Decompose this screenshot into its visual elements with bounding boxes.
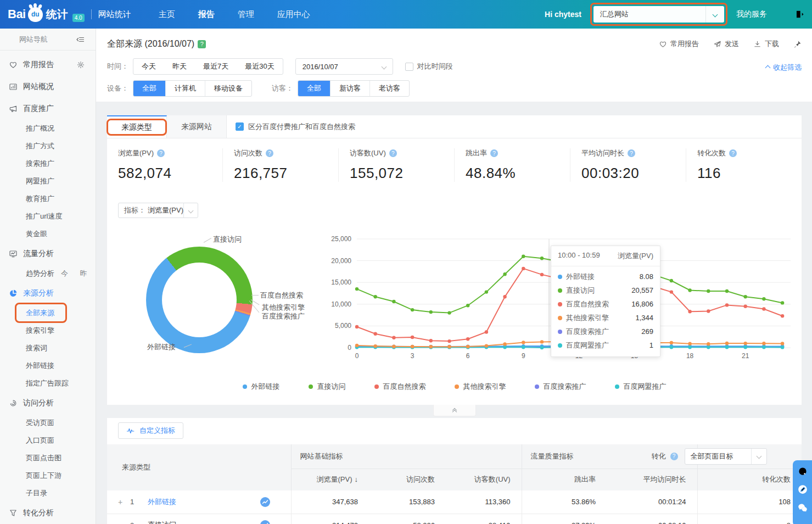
sidebar-item-转化分析[interactable]: 转化分析 — [0, 502, 96, 524]
column-header-浏览量(PV)[interactable]: 浏览量(PV) — [317, 475, 352, 483]
nav-item-报告[interactable]: 报告 — [198, 9, 215, 20]
sidebar-item-受访页面[interactable]: 受访页面 — [0, 414, 96, 432]
action-下载[interactable]: 下载 — [753, 39, 779, 49]
help-icon[interactable]: ? — [157, 149, 165, 157]
list-icon[interactable] — [776, 9, 786, 19]
custom-metric-button[interactable]: 自定义指标 — [118, 422, 183, 439]
column-header-平均访问时长[interactable]: 平均访问时长 — [643, 475, 686, 483]
column-header-转化次数[interactable]: 转化次数 — [762, 475, 791, 483]
sidebar-item-教育推广[interactable]: 教育推广 — [0, 190, 96, 208]
customer-service-icon[interactable] — [797, 466, 808, 477]
device-计算机[interactable]: 计算机 — [165, 81, 205, 96]
sidebar-item-常用报告[interactable]: 常用报告 — [0, 54, 96, 76]
date-selector[interactable]: 2016/10/07 — [295, 58, 393, 75]
sort-desc-icon[interactable]: ↓ — [355, 475, 359, 483]
legend-外部链接[interactable]: 外部链接 — [243, 382, 280, 392]
help-icon[interactable]: ? — [389, 149, 397, 157]
compare-checkbox[interactable] — [405, 63, 413, 71]
sidebar-item-推广方式[interactable]: 推广方式 — [0, 137, 96, 155]
sidebar-item-页面上下游[interactable]: 页面上下游 — [0, 467, 96, 484]
svg-text:9: 9 — [522, 352, 525, 360]
sidebar-item-页面点击图[interactable]: 页面点击图 — [0, 449, 96, 467]
distinguish-option[interactable]: ✓ 区分百度付费推广和百度自然搜索 — [236, 115, 355, 138]
nav-item-应用中心[interactable]: 应用中心 — [277, 9, 310, 20]
legend-直接访问[interactable]: 直接访问 — [309, 382, 346, 392]
distinguish-label: 区分百度付费推广和百度自然搜索 — [248, 122, 355, 132]
visitor-新访客[interactable]: 新访客 — [330, 81, 369, 96]
trend-icon[interactable] — [260, 520, 270, 524]
action-常用报告[interactable]: 常用报告 — [659, 39, 699, 49]
action-发送[interactable]: 发送 — [713, 39, 739, 49]
sidebar-item-搜索词[interactable]: 搜索词 — [0, 339, 96, 357]
tab-来源网站[interactable]: 来源网站 — [167, 115, 227, 138]
column-header-跳出率[interactable]: 跳出率 — [574, 475, 596, 483]
chevron-down-icon[interactable] — [705, 6, 724, 23]
logout-icon[interactable] — [794, 9, 804, 19]
goal-selector[interactable]: 全部页面目标 — [685, 448, 767, 465]
baidu-tongji-logo[interactable]: Bai du 统计 4.0 网站统计 — [0, 7, 131, 22]
legend-其他搜索引擎[interactable]: 其他搜索引擎 — [455, 382, 506, 392]
help-icon[interactable]: ? — [490, 149, 498, 157]
preset-昨天[interactable]: 昨天 — [164, 59, 195, 74]
sidebar-item-suffix[interactable]: 今 昨 — [61, 269, 92, 278]
compare-period-option[interactable]: 对比时间段 — [405, 62, 453, 71]
sidebar-item-推广url速度[interactable]: 推广url速度 — [0, 208, 96, 225]
help-icon[interactable]: ? — [628, 149, 635, 157]
table-row[interactable]: 2直接访问214,47258,32638,41037.39%00:08:108 — [107, 514, 802, 524]
sidebar-item-指定广告跟踪[interactable]: 指定广告跟踪 — [0, 375, 96, 392]
sidebar-item-搜索推广[interactable]: 搜索推广 — [0, 155, 96, 172]
site-selector[interactable]: 汇总网站 — [593, 6, 724, 23]
collapse-chart-button[interactable] — [433, 405, 476, 416]
preset-最近7天[interactable]: 最近7天 — [195, 59, 237, 74]
preset-最近30天[interactable]: 最近30天 — [237, 59, 282, 74]
sidebar-item-推广概况[interactable]: 推广概况 — [0, 120, 96, 137]
preset-今天[interactable]: 今天 — [133, 59, 164, 74]
device-全部[interactable]: 全部 — [133, 81, 165, 96]
help-icon[interactable]: ? — [729, 149, 737, 157]
sidebar-item-全部来源[interactable]: 全部来源 — [0, 304, 96, 322]
row-expander[interactable]: + — [118, 498, 126, 506]
trend-icon[interactable] — [260, 497, 270, 507]
sidebar-items: 常用报告网站概况百度推广推广概况推广方式搜索推广网盟推广教育推广推广url速度黄… — [0, 51, 96, 524]
title-help-icon[interactable]: ? — [198, 40, 206, 48]
visitor-老访客[interactable]: 老访客 — [369, 81, 409, 96]
user-greeting[interactable]: Hi chytest — [545, 10, 581, 19]
help-icon[interactable]: ? — [266, 149, 273, 157]
sidebar-item-子目录[interactable]: 子目录 — [0, 484, 96, 502]
help-icon[interactable]: ? — [670, 453, 678, 460]
legend-百度自然搜索[interactable]: 百度自然搜索 — [374, 382, 426, 392]
legend-百度网盟推广[interactable]: 百度网盟推广 — [615, 382, 667, 392]
device-移动设备[interactable]: 移动设备 — [205, 81, 251, 96]
sidebar-item-网站概况[interactable]: 网站概况 — [0, 76, 96, 98]
sidebar-item-黄金眼[interactable]: 黄金眼 — [0, 225, 96, 243]
wechat-icon[interactable] — [797, 502, 808, 513]
my-services-link[interactable]: 我的服务 — [736, 9, 767, 19]
nav-item-主页[interactable]: 主页 — [159, 9, 175, 20]
sidebar-item-趋势分析[interactable]: 趋势分析今 昨 — [0, 265, 96, 282]
svg-text:10,000: 10,000 — [331, 300, 351, 308]
visitor-全部[interactable]: 全部 — [298, 81, 330, 96]
sidebar-item-百度推广[interactable]: 百度推广 — [0, 98, 96, 120]
sidebar-item-外部链接[interactable]: 外部链接 — [0, 357, 96, 375]
sidebar-item-访问分析[interactable]: 访问分析 — [0, 392, 96, 414]
sidebar-item-流量分析[interactable]: 流量分析 — [0, 243, 96, 265]
distinguish-checkbox[interactable]: ✓ — [236, 122, 244, 131]
gear-icon[interactable] — [77, 61, 85, 69]
table-row[interactable]: +1外部链接347,638153,883113,36053.86%00:01:2… — [107, 490, 802, 514]
legend-百度搜索推广[interactable]: 百度搜索推广 — [535, 382, 586, 392]
sidebar-collapse-icon[interactable] — [76, 35, 85, 44]
column-header-访问次数[interactable]: 访问次数 — [406, 475, 435, 483]
sidebar-item-入口页面[interactable]: 入口页面 — [0, 432, 96, 449]
pin-button[interactable] — [793, 40, 802, 48]
metric-selector[interactable]: 指标： 浏览量(PV) — [118, 203, 198, 218]
edit-icon[interactable] — [797, 484, 808, 495]
source-type-name[interactable]: 外部链接 — [148, 497, 176, 507]
sidebar-item-来源分析[interactable]: 来源分析 — [0, 282, 96, 304]
tab-来源类型[interactable]: 来源类型 — [107, 115, 167, 138]
sidebar-item-label: 子目录 — [26, 488, 47, 498]
collapse-filter-link[interactable]: 收起筛选 — [766, 63, 802, 73]
nav-item-管理[interactable]: 管理 — [238, 9, 254, 20]
sidebar-item-搜索引擎[interactable]: 搜索引擎 — [0, 322, 96, 339]
column-header-访客数(UV)[interactable]: 访客数(UV) — [474, 475, 511, 483]
sidebar-item-网盟推广[interactable]: 网盟推广 — [0, 172, 96, 190]
